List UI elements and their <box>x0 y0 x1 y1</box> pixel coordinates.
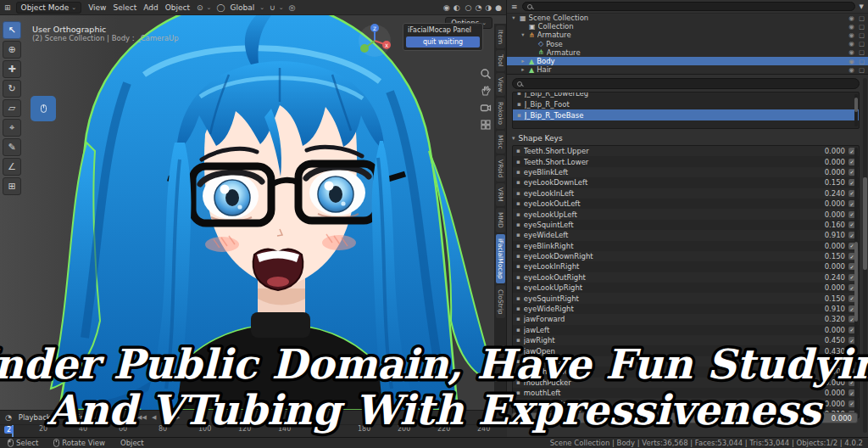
shape-key-row[interactable]: ▪ eyeWideLeft 0.910 ✓ <box>513 230 859 240</box>
shape-key-name[interactable]: Teeth.Short.Upper <box>524 147 811 155</box>
shape-key-value[interactable]: 0.320 <box>815 315 845 323</box>
tool-button[interactable]: ↖ <box>3 21 21 39</box>
outliner-item-label[interactable]: Collection <box>538 22 847 31</box>
filter-icon[interactable]: ▼ <box>860 3 864 10</box>
shape-key-row[interactable]: ▪ jawRight 0.450 ✓ <box>513 335 859 345</box>
shape-key-value[interactable]: 0.000 <box>815 378 845 387</box>
list-scrollbar[interactable] <box>854 148 858 416</box>
timeline-editor-icon[interactable]: ◔ <box>5 413 12 422</box>
shape-key-row[interactable]: ▪ mouthLeft 0.000 ✓ <box>513 388 859 398</box>
vertex-group-name[interactable]: J_Bip_R_Foot <box>525 100 854 109</box>
disclosure-icon[interactable]: ▸ <box>520 66 526 73</box>
menu-item[interactable]: Select <box>111 3 138 12</box>
shape-key-value[interactable]: 0.160 <box>815 221 845 229</box>
shape-key-row[interactable]: ▪ eyeLookOutRight 0.240 ✓ <box>513 272 859 283</box>
outliner-item-label[interactable]: Hair <box>537 65 846 74</box>
shading-mode-icon[interactable]: ◔ <box>475 3 481 12</box>
tool-button[interactable]: ✎ <box>3 138 21 156</box>
gizmo-y-axis[interactable] <box>360 44 369 53</box>
shape-key-name[interactable]: eyeLookDownRight <box>524 252 811 260</box>
shape-key-name[interactable]: jawRight <box>524 336 811 344</box>
shape-key-value[interactable]: 0.000 <box>815 326 845 334</box>
timeline-ruler[interactable]: 2 20406080100120140160180200220240 <box>0 424 507 438</box>
shape-key-value[interactable]: 0.000 <box>815 210 845 219</box>
shape-key-row[interactable]: ▪ eyeBlinkRight 0.000 ✓ <box>513 241 859 251</box>
shape-key-value[interactable]: 0.000 <box>815 242 845 250</box>
shape-key-value[interactable]: 0.000 <box>815 367 845 376</box>
transport-button[interactable]: ▶▶ <box>171 414 181 421</box>
snap-toggle[interactable]: ∪ ⌄ <box>270 3 283 12</box>
tool-button[interactable]: ∠ <box>3 158 21 176</box>
pan-hand-icon[interactable] <box>480 85 492 97</box>
shape-key-row[interactable]: ▪ eyeLookDownLeft 0.150 ✓ <box>513 177 859 188</box>
camera-view-icon[interactable] <box>480 102 492 114</box>
outliner-row[interactable]: ⋔ Armature ◉ ▢ <box>507 48 868 57</box>
sidebar-tab[interactable]: VRM <box>496 183 505 206</box>
hide-viewport-eye-icon[interactable]: ◉ <box>849 40 854 48</box>
shape-key-name[interactable]: eyeLookDownLeft <box>524 178 811 187</box>
disclosure-icon[interactable]: ▾ <box>510 14 517 21</box>
shape-key-row[interactable]: ▪ eyeBlinkLeft 0.000 ✓ <box>513 167 859 177</box>
shape-key-value[interactable]: 0.000 <box>815 199 845 208</box>
shape-key-row[interactable]: ▪ eyeLookUpRight 0.000 ✓ <box>513 283 859 293</box>
vertex-group-row[interactable]: ▪ J_Bip_R_Foot <box>513 98 859 109</box>
vertex-group-name[interactable]: J_Bip_R_ToeBase <box>525 111 854 120</box>
shape-key-row[interactable]: ▪ eyeLookInLeft 0.240 ✓ <box>513 188 859 199</box>
panel-search-input[interactable] <box>512 78 860 89</box>
timeline-editor[interactable]: ◔ Playback ⌄ Keying ⌄ ◀◀◀▶▶▶ 2 204060801… <box>0 410 507 437</box>
playback-menu[interactable]: Playback ⌄ <box>19 413 58 422</box>
outliner-row[interactable]: ▾ ⋔ Armature ◉ ▢ <box>507 31 868 39</box>
quit-waiting-button[interactable]: quit waiting <box>406 36 480 48</box>
shape-key-value[interactable]: 0.000 <box>815 389 845 397</box>
current-frame-badge[interactable]: 2 <box>4 426 14 434</box>
menu-item[interactable]: View <box>86 3 108 12</box>
outliner-editor-icon[interactable]: ≡ <box>511 3 518 11</box>
shape-key-name[interactable]: jawOpen <box>524 347 811 356</box>
shape-key-name[interactable]: jawLeft <box>524 326 811 334</box>
hide-viewport-eye-icon[interactable]: ◉ <box>849 48 854 56</box>
shape-key-value[interactable]: 0.430 <box>815 347 845 356</box>
outliner-item-label[interactable]: Pose <box>546 40 846 48</box>
shape-key-name[interactable]: mouthFunnel <box>524 367 811 376</box>
disclosure-icon[interactable]: ▸ <box>520 58 526 64</box>
shape-key-value[interactable]: 0.000 <box>815 158 845 166</box>
outliner[interactable]: ≡ ▼ ▾ ▦ Scene Collection ◉ ▢ ▣ Collectio… <box>507 0 868 75</box>
sidebar-tab[interactable]: View <box>496 73 505 97</box>
shape-key-value[interactable]: 0.000 <box>815 400 845 408</box>
shape-key-row[interactable]: ▪ jawForward 0.320 ✓ <box>513 314 859 324</box>
shape-key-row[interactable]: ▪ mouthPucker 0.000 ✓ <box>513 378 859 388</box>
overlay-toggle-icon[interactable]: ◐ <box>453 3 460 12</box>
shape-key-row[interactable]: ▪ eyeLookInRight 0.000 ✓ <box>513 261 859 272</box>
tool-button[interactable]: ⊕ <box>3 41 21 59</box>
shading-mode-icon[interactable]: ● <box>495 3 502 12</box>
shape-key-name[interactable]: eyeLookUpRight <box>524 283 811 292</box>
shape-key-name[interactable]: eyeWideLeft <box>524 231 811 239</box>
shape-key-row[interactable]: ▪ eyeLookDownRight 0.150 ✓ <box>513 251 859 261</box>
tool-button[interactable]: ⌖ <box>3 119 21 137</box>
outliner-item-label[interactable]: Body <box>537 57 846 65</box>
outliner-row[interactable]: ▾ ▦ Scene Collection ◉ ▢ <box>507 14 868 22</box>
shape-key-row[interactable]: ▪ jawOpen 0.430 ✓ <box>513 345 859 356</box>
vertex-group-list[interactable]: ▪ J_Bip_R_LowerLeg ▪ J_Bip_R_Foot ▪ J_Bi… <box>512 92 860 129</box>
shape-key-value[interactable]: 0.000 <box>815 147 845 155</box>
shape-key-value[interactable]: 0.240 <box>815 273 845 282</box>
outliner-search-input[interactable] <box>522 2 855 11</box>
shape-key-name[interactable]: eyeSquintLeft <box>524 221 811 229</box>
shape-key-row[interactable]: ▪ eyeLookUpLeft 0.000 ✓ <box>513 209 859 219</box>
keying-menu[interactable]: Keying ⌄ <box>65 413 97 422</box>
3d-viewport[interactable]: ⊞ Object Mode ⌄ ViewSelectAddObject ⊙ ⌄ … <box>0 0 507 410</box>
outliner-row[interactable]: ▸ ▲ Hair ◉ ▢ <box>507 65 868 74</box>
shape-key-list[interactable]: ▪ Teeth.Short.Upper 0.000 ✓ ▪ Teeth.Shor… <box>512 145 860 418</box>
sidebar-tab[interactable]: iFacialMocap <box>496 234 505 283</box>
vertex-group-row[interactable]: ▪ J_Bip_R_ToeBase <box>513 109 859 120</box>
shape-key-name[interactable]: eyeWideRight <box>524 305 811 313</box>
sidebar-tab[interactable]: Item <box>496 25 505 48</box>
shape-key-value[interactable]: 0.150 <box>815 252 845 260</box>
sidebar-tab[interactable]: Rokoko <box>496 98 505 129</box>
navigation-gizmo[interactable]: Z X <box>356 22 393 59</box>
overlay-toggle-icon[interactable]: ◉ <box>443 3 450 12</box>
vertex-group-name[interactable]: J_Bip_R_LowerLeg <box>525 92 854 98</box>
shape-key-value[interactable]: 0.170 <box>815 357 845 366</box>
shape-key-name[interactable]: mouthLeft <box>524 389 811 397</box>
hide-viewport-eye-icon[interactable]: ◉ <box>849 66 854 74</box>
